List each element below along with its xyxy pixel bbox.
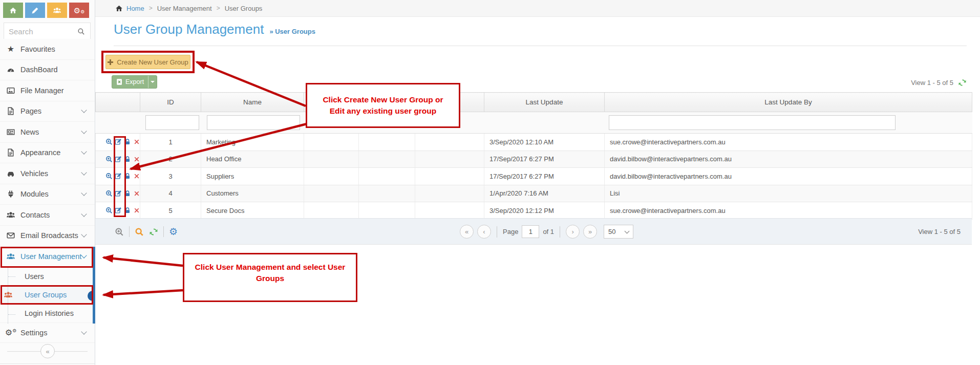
cell-last-update: 3/Sep/2020 12:12 PM bbox=[484, 202, 605, 220]
edit-icon[interactable] bbox=[115, 207, 122, 214]
next-page-button[interactable]: › bbox=[566, 225, 580, 239]
breadcrumb-user-management[interactable]: User Management bbox=[157, 5, 212, 12]
col-header-name[interactable]: Name bbox=[201, 93, 304, 112]
search-icon[interactable] bbox=[77, 28, 85, 35]
edit-icon[interactable] bbox=[115, 190, 122, 197]
gears-icon: ⚙⚙ bbox=[74, 7, 85, 14]
excel-file-icon bbox=[116, 78, 123, 85]
sidebar-item-vehicles[interactable]: Vehicles bbox=[0, 163, 95, 184]
chevron-down-icon bbox=[81, 128, 87, 134]
zoom-in-icon[interactable] bbox=[105, 138, 113, 145]
envelope-icon bbox=[5, 231, 16, 240]
breadcrumb-home-link[interactable]: Home bbox=[126, 5, 144, 12]
zoom-in-icon[interactable] bbox=[105, 173, 113, 180]
user-groups-table: ID Name Last Update Last Update By bbox=[95, 92, 972, 220]
pencil-icon bbox=[31, 7, 39, 14]
sidebar-collapse-button[interactable]: « bbox=[40, 344, 55, 358]
annotation-arrow-user-groups bbox=[103, 290, 183, 295]
sidebar-item-pages[interactable]: Pages bbox=[0, 101, 95, 122]
settings-grid-icon[interactable]: ⚙ bbox=[169, 227, 178, 237]
chevron-down-icon bbox=[81, 329, 87, 334]
delete-icon[interactable] bbox=[133, 207, 140, 214]
sidebar-item-email-broadcasts[interactable]: Email Broadcasts bbox=[0, 226, 95, 247]
sidebar-item-modules[interactable]: Modules bbox=[0, 184, 95, 205]
last-page-button[interactable]: » bbox=[583, 225, 597, 239]
table-row[interactable]: 5 Secure Docs 3/Sep/2020 12:12 PM sue.cr… bbox=[96, 202, 972, 220]
lock-icon[interactable] bbox=[124, 173, 131, 180]
sidebar-item-user-management[interactable]: User Management bbox=[0, 246, 95, 267]
page-number-input[interactable] bbox=[522, 225, 539, 238]
users-icon bbox=[5, 252, 16, 261]
first-page-button[interactable]: « bbox=[460, 225, 474, 239]
home-tile-button[interactable] bbox=[3, 3, 23, 18]
gears-icon: ⚙⚙ bbox=[5, 329, 16, 337]
edit-icon[interactable] bbox=[115, 156, 122, 163]
edit-icon[interactable] bbox=[115, 138, 122, 145]
table-row[interactable]: 3 Suppliers 17/Sep/2017 6:27 PM david.bi… bbox=[96, 168, 972, 185]
search-grid-icon[interactable] bbox=[135, 227, 144, 237]
id-filter-input[interactable] bbox=[145, 115, 199, 130]
table-header-row: ID Name Last Update Last Update By bbox=[96, 93, 972, 112]
lock-icon[interactable] bbox=[124, 190, 131, 197]
zoom-in-icon[interactable] bbox=[105, 190, 113, 197]
zoom-in-icon[interactable] bbox=[105, 156, 113, 163]
edit-tile-button[interactable] bbox=[25, 3, 45, 18]
export-button[interactable]: Export bbox=[112, 75, 157, 89]
refresh-grid-icon[interactable] bbox=[149, 227, 158, 237]
title-divider bbox=[114, 46, 967, 46]
next-page-icon: › bbox=[571, 228, 573, 235]
chevron-down-icon bbox=[625, 228, 630, 233]
breadcrumb-separator: > bbox=[148, 5, 154, 12]
zoom-in-icon[interactable] bbox=[105, 207, 113, 214]
chevron-down-icon bbox=[81, 232, 87, 238]
active-menu-indicator-bar bbox=[93, 247, 95, 324]
users-tile-button[interactable] bbox=[47, 3, 67, 18]
sidebar-item-file-manager[interactable]: File Manager bbox=[0, 80, 95, 101]
edit-icon[interactable] bbox=[115, 173, 122, 180]
col-header-last-update-by[interactable]: Last Update By bbox=[605, 93, 972, 112]
name-filter-input[interactable] bbox=[207, 115, 300, 130]
sidebar-item-user-groups[interactable]: User Groups bbox=[0, 286, 95, 304]
home-icon bbox=[115, 5, 123, 12]
zoom-grid-icon[interactable] bbox=[115, 227, 124, 237]
sidebar-item-news[interactable]: News bbox=[0, 122, 95, 143]
lock-icon[interactable] bbox=[124, 138, 131, 145]
lock-icon[interactable] bbox=[124, 207, 131, 214]
sidebar-item-login-histories[interactable]: Login Histories bbox=[0, 304, 95, 323]
home-icon bbox=[9, 7, 17, 14]
sidebar-divider bbox=[0, 363, 95, 364]
settings-tile-button[interactable]: ⚙⚙ bbox=[69, 3, 89, 18]
cell-last-update: 3/Sep/2020 12:10 AM bbox=[484, 134, 605, 151]
annotation-note-user-management: Click User Management and select User Gr… bbox=[183, 253, 357, 302]
sidebar-item-favourites[interactable]: ★ Favourites bbox=[0, 39, 95, 60]
search-input[interactable] bbox=[4, 27, 77, 36]
lock-icon[interactable] bbox=[124, 156, 131, 163]
sidebar-item-appearance[interactable]: Appearance bbox=[0, 143, 95, 164]
delete-icon[interactable] bbox=[133, 138, 140, 145]
delete-icon[interactable] bbox=[133, 173, 140, 180]
prev-page-button[interactable]: ‹ bbox=[477, 225, 491, 239]
last-update-by-filter-input[interactable] bbox=[609, 115, 896, 130]
table-row[interactable]: 1 Marketing 3/Sep/2020 12:10 AM sue.crow… bbox=[96, 134, 972, 151]
sidebar-item-dashboard[interactable]: DashBoard bbox=[0, 60, 95, 81]
col-header-actions bbox=[96, 93, 140, 112]
cell-name: Suppliers bbox=[201, 168, 304, 185]
refresh-icon[interactable] bbox=[958, 78, 967, 87]
sidebar-item-settings[interactable]: ⚙⚙ Settings bbox=[0, 323, 95, 343]
table-row[interactable]: 2 Head Office 17/Sep/2017 6:27 PM david.… bbox=[96, 151, 972, 168]
annotation-arrow-user-management bbox=[103, 257, 183, 266]
sidebar-item-contacts[interactable]: Contacts bbox=[0, 205, 95, 226]
pager: « ‹ Page of 1 › » 50 bbox=[460, 225, 633, 239]
delete-icon[interactable] bbox=[133, 156, 140, 163]
col-header-last-update[interactable]: Last Update bbox=[484, 93, 605, 112]
export-dropdown-button[interactable] bbox=[148, 76, 157, 88]
cell-last-update: 1/Apr/2020 7:16 AM bbox=[484, 185, 605, 202]
page-size-select[interactable]: 50 bbox=[604, 225, 633, 239]
page-label: Page bbox=[503, 228, 518, 235]
sidebar-menu: ★ Favourites DashBoard File Manager Page… bbox=[0, 39, 95, 343]
col-header-id[interactable]: ID bbox=[140, 93, 201, 112]
create-new-user-group-button[interactable]: Create New User Group bbox=[105, 55, 190, 69]
cell-id: 3 bbox=[140, 168, 201, 185]
table-row[interactable]: 4 Customers 1/Apr/2020 7:16 AM Lisi bbox=[96, 185, 972, 202]
delete-icon[interactable] bbox=[133, 190, 140, 197]
